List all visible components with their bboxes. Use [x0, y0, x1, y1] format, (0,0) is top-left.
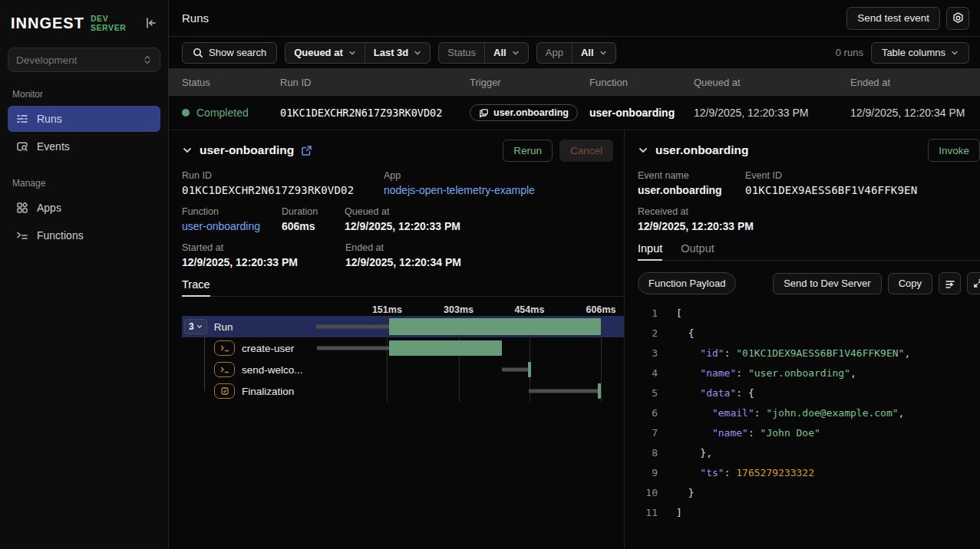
chevron-down-icon [951, 49, 959, 57]
dev-server-badge: DEV SERVER [91, 14, 136, 32]
app-filter-dropdown[interactable]: All [572, 43, 615, 63]
send-to-dev-server-button[interactable]: Send to Dev Server [773, 273, 881, 294]
copy-button[interactable]: Copy [888, 273, 932, 294]
received-at-label: Received at [638, 206, 969, 217]
trace-collapse-badge[interactable]: 3 [184, 319, 207, 334]
payload-code-editor[interactable]: 1[2 {3 "id": "01KC1DEX9AESS6BF1V46FFK9EN… [638, 304, 980, 523]
col-function: Function [589, 77, 694, 88]
trace-row-label: create-user [242, 343, 294, 354]
show-search-button[interactable]: Show search [182, 42, 277, 64]
code-line: 4 "name": "user.onboarding", [638, 363, 980, 383]
external-link-icon[interactable] [301, 145, 312, 156]
trace-row-label: Finalization [242, 386, 294, 397]
tab-trace[interactable]: Trace [182, 278, 210, 296]
runs-table-header: Status Run ID Trigger Function Queued at… [169, 69, 980, 96]
ended-at-cell: 12/9/2025, 12:20:34 PM [850, 107, 980, 119]
tab-input[interactable]: Input [638, 242, 662, 260]
functions-list-icon [15, 228, 29, 242]
function-label: Function [182, 206, 282, 217]
sidebar: INNGEST DEV SERVER Development Monitor R… [0, 0, 169, 549]
run-panel-tabs: Trace [182, 278, 624, 297]
app-filter-label-seg: App [537, 43, 572, 63]
rerun-button[interactable]: Rerun [503, 140, 553, 162]
step-terminal-icon [214, 340, 235, 356]
event-name-label: Event name [638, 170, 745, 181]
trigger-pill[interactable]: user.onboarding [470, 104, 578, 121]
code-line: 10 } [638, 483, 980, 503]
time-field-value: Queued at [294, 47, 343, 58]
event-name-value: user.onboarding [638, 184, 745, 196]
sidebar-item-functions[interactable]: Functions [8, 222, 160, 248]
logo-row: INNGEST DEV SERVER [8, 11, 160, 34]
wrap-text-button[interactable] [939, 272, 961, 294]
code-line: 9 "ts": 1765279233322 [638, 463, 980, 483]
environment-select[interactable]: Development [8, 48, 160, 72]
expand-button[interactable] [967, 272, 980, 294]
send-test-event-button[interactable]: Send test event [846, 7, 940, 30]
ended-at-value: 12/9/2025, 12:20:34 PM [345, 256, 613, 268]
event-id-label: Event ID [745, 170, 969, 181]
status-filter-dropdown[interactable]: All [484, 43, 528, 63]
wrap-text-icon [945, 278, 955, 289]
app-filter: App All [536, 42, 616, 64]
code-line: 11] [638, 503, 980, 523]
run-id-cell: 01KC1DEXCHR2N617Z93RK0VD02 [280, 107, 470, 119]
environment-select-value: Development [16, 54, 78, 66]
trace-row-send-welcome[interactable]: send-welco... [182, 359, 601, 380]
duration-label: Duration [282, 206, 345, 217]
table-row[interactable]: Completed 01KC1DEXCHR2N617Z93RK0VD02 use… [169, 96, 980, 130]
trace-row-run[interactable]: 3 Run [182, 316, 624, 337]
collapse-sidebar-icon [144, 16, 157, 30]
trace-row-finalization[interactable]: Finalization [182, 380, 601, 402]
expand-icon [973, 278, 980, 288]
cancel-button[interactable]: Cancel [559, 140, 613, 162]
axis-tick: 303ms [444, 304, 474, 315]
chevron-down-icon [414, 49, 421, 57]
payload-toolbar: Function Payload Send to Dev Server Copy [638, 272, 980, 294]
status-filter: Status All [438, 42, 528, 64]
filter-bar: Show search Queued at Last 3d Status All [169, 37, 980, 69]
run-id-value: 01KC1DEXCHR2N617Z93RK0VD02 [182, 184, 384, 196]
app-link[interactable]: nodejs-open-telemetry-example [384, 184, 613, 196]
axis-tick: 606ms [586, 304, 616, 315]
sidebar-item-apps[interactable]: Apps [8, 195, 160, 221]
tab-output[interactable]: Output [681, 242, 714, 260]
sidebar-item-label: Events [37, 140, 70, 153]
collapse-run-chevron-icon[interactable] [182, 145, 193, 156]
axis-tick: 151ms [372, 304, 402, 315]
run-title: user-onboarding [200, 143, 294, 157]
trace-axis: 151ms 303ms 454ms 606ms [316, 304, 601, 316]
event-search-icon [15, 140, 29, 153]
runs-count: 0 runs [836, 47, 863, 58]
sidebar-item-runs[interactable]: Runs [8, 106, 160, 132]
table-columns-button[interactable]: Table columns [871, 42, 969, 64]
trace-row-create-user[interactable]: create-user [182, 337, 601, 359]
status-dot [182, 109, 190, 117]
code-line: 2 { [638, 324, 980, 344]
status-filter-value: All [493, 47, 506, 58]
run-detail-panel: user-onboarding Rerun Cancel Run ID 01KC… [169, 130, 624, 549]
code-line: 1[ [638, 304, 980, 324]
col-trigger: Trigger [470, 77, 589, 88]
invoke-button[interactable]: Invoke [928, 139, 980, 162]
time-range-dropdown[interactable]: Last 3d [365, 43, 431, 63]
trace-row-label: send-welco... [242, 364, 303, 376]
sidebar-item-events[interactable]: Events [8, 133, 160, 159]
time-field-dropdown[interactable]: Queued at [285, 43, 365, 63]
settings-button[interactable] [946, 7, 969, 30]
collapse-event-chevron-icon[interactable] [638, 145, 648, 156]
nav-section-monitor: Monitor [12, 89, 156, 100]
col-queued-at: Queued at [694, 77, 850, 88]
gear-icon [952, 12, 965, 25]
select-updown-icon [143, 54, 152, 65]
function-payload-button[interactable]: Function Payload [638, 272, 736, 294]
event-detail-panel: user.onboarding Invoke Event name user.o… [624, 130, 980, 549]
function-link[interactable]: user-onboarding [182, 220, 282, 232]
run-id-label: Run ID [182, 170, 384, 181]
chevron-down-icon [348, 49, 356, 57]
queued-at-label: Queued at [345, 206, 613, 217]
collapse-sidebar-button[interactable] [142, 15, 159, 31]
col-run-id: Run ID [280, 77, 470, 88]
trace-waterfall: 151ms 303ms 454ms 606ms [182, 304, 601, 402]
inngest-logo: INNGEST [11, 15, 84, 32]
